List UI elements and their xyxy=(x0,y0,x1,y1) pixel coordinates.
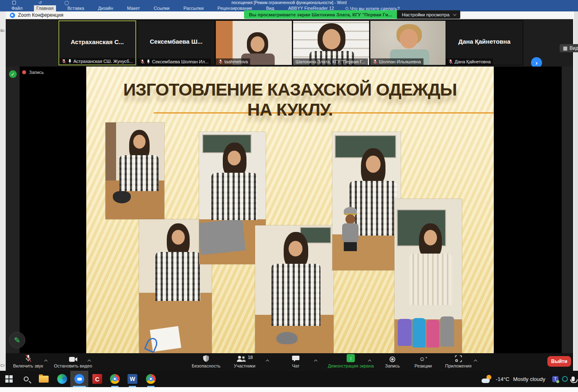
weather-desc[interactable]: Mostly cloudy xyxy=(513,376,545,382)
apps-options-chevron-icon[interactable] xyxy=(474,359,477,363)
word-icon: W xyxy=(128,374,137,384)
security-label: Безопасность xyxy=(192,363,220,368)
participant-tile-2[interactable]: Сексембаева Ш... Сексембаева Шолпан Ил..… xyxy=(137,20,215,65)
doll-figure xyxy=(341,207,360,251)
recording-dot-icon xyxy=(22,70,26,74)
participant-name-text: Дана Қайнетовна xyxy=(455,59,491,64)
weather-icon[interactable] xyxy=(482,375,492,383)
muted-mic-icon xyxy=(25,354,31,362)
doll-figure xyxy=(412,318,426,347)
presentation-slide: ИЗГОТОВЛЕНИЕ КАЗАХСКОЙ ОДЕЖДЫ НА КУКЛУ. xyxy=(86,67,494,353)
muted-mic-icon xyxy=(62,59,66,64)
reactions-label: Реакции xyxy=(414,363,432,368)
word-window-left-edge: Вс Ст xyxy=(0,11,6,371)
tab-layout[interactable]: Макет xyxy=(125,5,142,11)
taskbar-search-button[interactable] xyxy=(20,373,32,385)
participant-tile-6[interactable]: Дана Қайнетовна Дана Қайнетовна xyxy=(446,20,523,65)
view-options-label: Настройки просмотра xyxy=(402,12,449,17)
chrome-2-button[interactable] xyxy=(145,373,157,385)
security-button[interactable]: Безопасность xyxy=(192,355,220,368)
personify-icon[interactable] xyxy=(562,376,568,382)
zoom-toolbar: Включить звук Остановить видео Безопасно… xyxy=(6,353,573,371)
participant-display-name: Астраханская С... xyxy=(59,38,135,45)
taskbar-tray: -14°C Mostly cloudy T xyxy=(482,371,575,387)
tab-design[interactable]: Дизайн xyxy=(96,5,116,11)
desktop-screen: ↺ ◯ посещения [Режим ограниченной функци… xyxy=(0,0,578,392)
chrome-button[interactable] xyxy=(109,373,121,385)
reactions-smiley-icon: ☺+ xyxy=(419,355,428,362)
slide-photo-1 xyxy=(105,122,164,219)
teams-icon[interactable]: T xyxy=(552,376,558,382)
windows-taskbar: C W -14°C Mostly cloudy T xyxy=(0,371,578,387)
chrome-icon xyxy=(146,374,156,384)
pin-icon xyxy=(146,59,150,64)
edge-button[interactable] xyxy=(56,373,68,385)
slide-photo-4 xyxy=(255,225,334,353)
share-screen-button[interactable]: ↑ Демонстрация экрана xyxy=(328,355,374,368)
apps-icon xyxy=(455,355,462,362)
view-options-button[interactable]: Настройки просмотра xyxy=(397,10,460,19)
share-banner: Вы просматриваете экран Шатохина Злата, … xyxy=(244,10,460,19)
red-c-app-icon: C xyxy=(92,374,102,384)
leave-meeting-button[interactable]: Выйти xyxy=(547,356,571,367)
slide-title-line2: НА КУКЛУ. xyxy=(86,100,494,120)
zoom-window-title: Zoom Конференция xyxy=(18,12,63,18)
edge-icon xyxy=(57,374,67,384)
slide-photo-6 xyxy=(394,199,462,353)
doll-figure xyxy=(398,319,412,346)
tab-references[interactable]: Ссылки xyxy=(151,5,172,11)
tab-insert[interactable]: Вставка xyxy=(65,5,87,11)
chat-options-chevron-icon[interactable] xyxy=(314,359,317,363)
annotation-pencil-button[interactable]: ✎ xyxy=(9,332,25,348)
muted-mic-icon xyxy=(218,59,223,64)
participant-tile-3[interactable]: taahmetova xyxy=(215,20,292,65)
apps-button[interactable]: Приложения xyxy=(445,355,471,368)
tab-file[interactable]: Файл xyxy=(9,5,25,11)
chat-button[interactable]: Чат xyxy=(292,355,300,368)
zoom-app-button[interactable] xyxy=(74,373,85,385)
participant-tile-4[interactable]: Шатохина Злата, КГУ "Первая Г... xyxy=(293,20,370,65)
muted-mic-icon xyxy=(448,59,453,64)
participant-name-text: Сексембаева Шолпан Ил... xyxy=(152,59,208,64)
unmute-label: Включить звук xyxy=(13,363,43,368)
search-icon xyxy=(24,376,29,381)
record-button[interactable]: Запись xyxy=(385,355,400,368)
participant-tile-1[interactable]: Астраханская С... Астраханская СШ. Жунус… xyxy=(58,20,136,65)
microphone-tray-icon[interactable] xyxy=(571,376,575,381)
stop-video-button[interactable]: Остановить видео xyxy=(54,355,92,368)
record-label: Запись xyxy=(385,363,400,368)
tab-mailings[interactable]: Рассылки xyxy=(181,5,206,11)
chevron-down-icon xyxy=(453,12,456,16)
shield-icon xyxy=(203,355,209,362)
participants-count: 18 xyxy=(248,355,253,360)
view-button[interactable]: ▦ Вид xyxy=(560,44,578,52)
participant-tile-5[interactable]: Шолпан Ильяшевна xyxy=(370,20,446,65)
slide-photo-5 xyxy=(332,132,401,270)
unmute-button[interactable]: Включить звук xyxy=(13,355,43,368)
red-c-app-button[interactable]: C xyxy=(92,373,103,385)
record-icon xyxy=(390,356,395,362)
tab-home[interactable]: Главная xyxy=(34,5,56,11)
participant-label: Шолпан Ильяшевна xyxy=(370,58,423,65)
doll-figure xyxy=(440,316,454,347)
word-left-text-fragment: Вс xyxy=(0,29,5,33)
chat-label: Чат xyxy=(292,363,299,368)
participant-label: taahmetova xyxy=(216,58,250,65)
slide-title: ИЗГОТОВЛЕНИЕ КАЗАХСКОЙ ОДЕЖДЫ НА КУКЛУ. xyxy=(86,80,494,120)
zoom-logo-icon xyxy=(10,13,15,18)
reactions-button[interactable]: ☺+ Реакции xyxy=(414,355,432,368)
participant-label: Астраханская СШ. Жунусб... xyxy=(59,58,135,65)
word-button[interactable]: W xyxy=(127,373,138,385)
share-screen-icon: ↑ xyxy=(347,354,355,362)
file-explorer-button[interactable] xyxy=(38,373,49,385)
participants-options-chevron-icon[interactable] xyxy=(266,359,269,363)
weather-temp[interactable]: -14°C xyxy=(496,376,509,382)
muted-mic-icon xyxy=(373,59,377,64)
participant-display-name: Сексембаева Ш... xyxy=(138,38,215,45)
participants-button[interactable]: 18 Участники xyxy=(234,355,255,368)
audio-options-chevron-icon[interactable] xyxy=(44,359,47,363)
participant-label: Шатохина Злата, КГУ "Первая Г... xyxy=(293,58,368,65)
grid-view-icon: ▦ xyxy=(563,45,567,51)
start-button[interactable] xyxy=(3,373,15,385)
security-shield-icon: ✓ xyxy=(9,70,17,78)
